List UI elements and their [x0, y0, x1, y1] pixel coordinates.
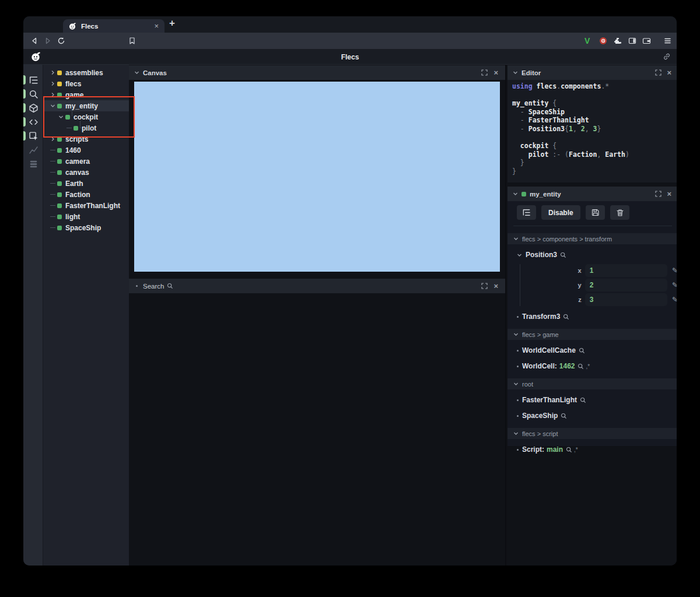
tree-view-button[interactable] — [517, 205, 536, 220]
tag-row-SpaceShip[interactable]: SpaceShip — [517, 410, 677, 421]
save-button[interactable] — [586, 205, 605, 220]
chevron-right-icon[interactable] — [49, 136, 56, 142]
share-link-icon[interactable] — [663, 52, 671, 61]
tag-row-WorldCell[interactable]: WorldCell:1462,* — [517, 361, 677, 371]
extension-v-icon[interactable]: V — [584, 36, 590, 45]
inspector-section-header[interactable]: flecs > script — [508, 428, 677, 439]
close-icon[interactable]: × — [667, 68, 671, 77]
tree-panel-icon[interactable] — [29, 75, 38, 85]
inspector-section-header[interactable]: root — [508, 378, 677, 389]
bullet-icon — [517, 399, 519, 401]
browser-tab[interactable]: Flecs × — [63, 19, 164, 33]
close-icon[interactable]: × — [494, 68, 498, 77]
chevron-down-icon[interactable] — [134, 70, 139, 75]
traffic-zoom-button[interactable] — [56, 21, 63, 28]
inspector-section-header[interactable]: flecs > game — [508, 329, 677, 340]
row-label: FasterThanLight — [522, 396, 577, 404]
forward-icon[interactable] — [44, 37, 52, 45]
canvas-panel-icon[interactable] — [29, 103, 38, 113]
tree-item-scripts[interactable]: scripts — [43, 134, 129, 145]
back-icon[interactable] — [30, 37, 38, 45]
traffic-minimize-button[interactable] — [46, 21, 52, 28]
tag-row-Transform3[interactable]: Transform3 — [517, 311, 677, 322]
inspector-panel-icon[interactable] — [29, 131, 38, 141]
chevron-down-icon[interactable] — [513, 191, 518, 196]
tree-item-label: my_entity — [65, 102, 98, 110]
search-icon[interactable] — [566, 447, 572, 453]
reload-icon[interactable] — [57, 37, 65, 45]
extension-red-icon[interactable] — [599, 37, 607, 45]
tree-item-label: scripts — [65, 135, 88, 143]
disable-button[interactable]: Disable — [541, 205, 580, 220]
expand-icon[interactable] — [481, 69, 488, 76]
tree-item-assemblies[interactable]: assemblies — [43, 67, 129, 78]
close-icon[interactable]: × — [494, 282, 498, 290]
wallet-icon[interactable] — [642, 37, 651, 45]
new-tab-button[interactable]: + — [169, 17, 175, 29]
section-header-label: flecs > game — [522, 331, 559, 338]
tree-item-my_entity[interactable]: my_entity — [43, 100, 129, 111]
tree-item-SpaceShip[interactable]: SpaceShip — [43, 222, 129, 233]
editor-code-area[interactable]: using flecs.components.* my_entity { - S… — [508, 80, 677, 182]
edit-pencil-icon[interactable]: ✎ — [672, 296, 677, 304]
sidebar-toggle-icon[interactable] — [628, 37, 636, 45]
desktop-background: Flecs × + flecs.dev/explorer/?wasm=https… — [0, 0, 700, 597]
chevron-right-icon[interactable] — [49, 92, 56, 97]
stats-panel-icon[interactable] — [29, 145, 38, 155]
tree-item-canvas[interactable]: canvas — [43, 167, 129, 178]
tree-item-Earth[interactable]: Earth — [43, 178, 129, 189]
search-icon[interactable] — [563, 314, 569, 320]
edit-pencil-icon[interactable]: ✎ — [672, 281, 677, 289]
chevron-right-icon[interactable] — [49, 81, 56, 86]
bullet-icon — [136, 285, 138, 287]
extensions-puzzle-icon[interactable] — [614, 37, 622, 45]
inspector-section-header[interactable]: flecs > components > transform — [508, 233, 677, 244]
bullet-icon — [517, 350, 519, 352]
tree-item-1460[interactable]: 1460 — [43, 145, 129, 156]
expand-icon[interactable] — [655, 191, 662, 197]
edit-pencil-icon[interactable]: ✎ — [672, 266, 677, 275]
menu-icon[interactable] — [664, 37, 671, 45]
tag-row-Script[interactable]: Script:main,* — [517, 444, 677, 455]
search-icon[interactable] — [580, 397, 586, 403]
tree-leaf-dash — [49, 205, 56, 206]
tag-row-FasterThanLight[interactable]: FasterThanLight — [517, 395, 677, 405]
search-icon[interactable] — [561, 413, 567, 419]
search-icon[interactable] — [578, 363, 584, 370]
tree-item-light[interactable]: light — [43, 211, 129, 222]
tree-item-pilot[interactable]: pilot — [43, 122, 129, 134]
search-panel-icon[interactable] — [29, 89, 38, 99]
tree-item-FasterThanLight[interactable]: FasterThanLight — [43, 200, 129, 211]
component-row-Position3[interactable]: Position3 — [517, 250, 677, 260]
tree-item-game[interactable]: game — [43, 89, 129, 100]
expand-icon[interactable] — [655, 69, 662, 76]
delete-button[interactable] — [610, 205, 629, 220]
tree-item-label: pilot — [82, 124, 96, 132]
expand-icon[interactable] — [481, 283, 488, 289]
flecs-favicon — [68, 22, 76, 30]
field-value-input[interactable]: 1 — [585, 264, 667, 277]
chevron-down-icon[interactable] — [513, 70, 518, 75]
tab-close-icon[interactable]: × — [154, 22, 159, 30]
3d-canvas-viewport[interactable] — [134, 82, 500, 272]
bookmark-icon[interactable] — [128, 37, 136, 45]
search-icon[interactable] — [579, 347, 585, 354]
search-panel-header: Search × — [129, 279, 505, 293]
traffic-close-button[interactable] — [35, 21, 42, 28]
tag-row-WorldCellCache[interactable]: WorldCellCache — [517, 345, 677, 356]
field-value-input[interactable]: 2 — [585, 279, 667, 292]
tree-item-cockpit[interactable]: cockpit — [43, 111, 129, 122]
editor-panel-icon[interactable] — [29, 117, 38, 127]
chevron-right-icon[interactable] — [49, 70, 56, 75]
chevron-down-icon[interactable] — [57, 114, 64, 120]
pair-query-link[interactable]: ,* — [574, 447, 578, 453]
pair-query-link[interactable]: ,* — [586, 363, 590, 370]
chevron-down-icon[interactable] — [49, 103, 56, 108]
tree-item-Faction[interactable]: Faction — [43, 189, 129, 200]
field-value-input[interactable]: 3 — [585, 293, 667, 306]
tree-item-camera[interactable]: camera — [43, 156, 129, 167]
search-icon[interactable] — [560, 252, 566, 258]
tree-item-flecs[interactable]: flecs — [43, 78, 129, 89]
tables-panel-icon[interactable] — [29, 159, 38, 169]
close-icon[interactable]: × — [667, 189, 671, 198]
